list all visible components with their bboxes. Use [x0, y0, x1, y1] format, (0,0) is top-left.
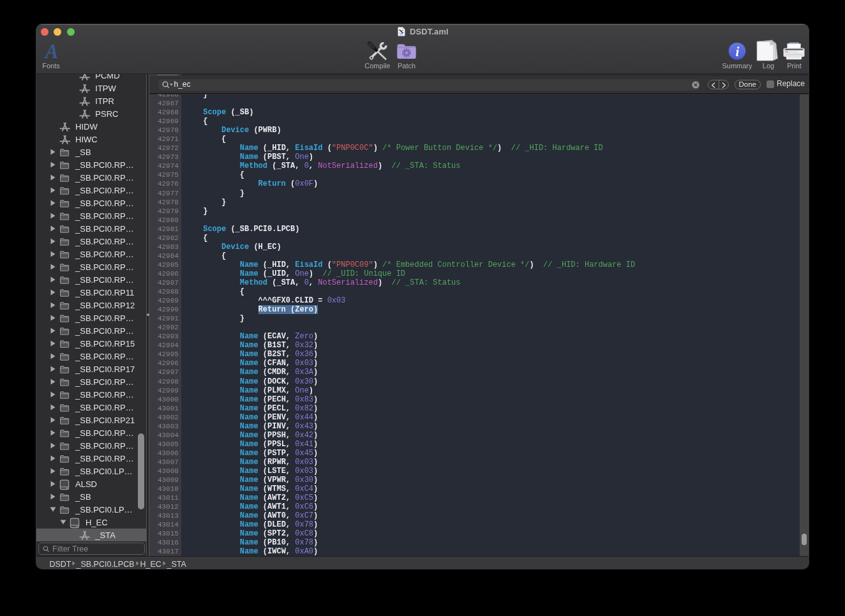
svg-text:A: A — [44, 43, 59, 62]
svg-text:i: i — [736, 43, 740, 59]
